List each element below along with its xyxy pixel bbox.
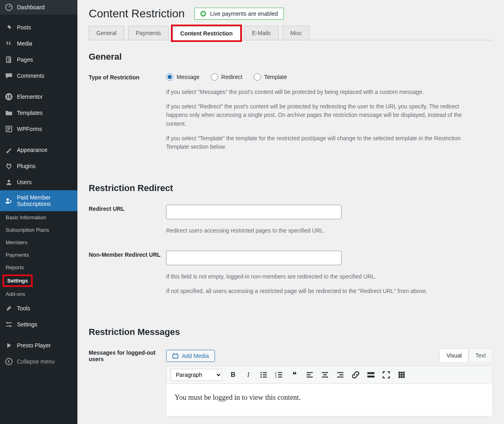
svg-point-2 [9, 43, 10, 45]
tab-payments[interactable]: Payments [128, 26, 169, 40]
tab-content-restriction[interactable]: Content Restriction [173, 26, 240, 40]
editor-tab-visual[interactable]: Visual [439, 349, 469, 362]
sidebar-item-collapse[interactable]: Collapse menu [0, 353, 77, 370]
radio-redirect-label[interactable]: Redirect [211, 73, 242, 81]
nonmember-desc1: If this field is not empty, logged-in no… [166, 272, 481, 281]
rich-text-editor: Paragraph B I 123 ❝ You must be logged i… [166, 366, 493, 416]
pin-icon [5, 23, 13, 31]
sidebar-item-dashboard[interactable]: Dashboard [0, 0, 77, 15]
media-icon [172, 353, 179, 359]
sidebar-item-templates[interactable]: Templates [0, 105, 77, 121]
svg-rect-53 [401, 374, 402, 376]
tab-emails[interactable]: E-Mails [244, 26, 279, 40]
submenu-payments[interactable]: Payments [0, 249, 77, 261]
media-icon [5, 39, 13, 48]
svg-point-1 [6, 42, 8, 43]
svg-rect-6 [7, 95, 8, 98]
svg-point-14 [8, 180, 10, 182]
sidebar-item-media[interactable]: Media [0, 35, 77, 52]
align-left-button[interactable] [305, 370, 314, 379]
bold-button[interactable]: B [229, 370, 237, 379]
svg-rect-8 [9, 96, 11, 97]
align-center-button[interactable] [321, 370, 329, 379]
svg-point-15 [6, 198, 9, 201]
submenu-subscription-plans[interactable]: Subscription Plans [0, 224, 77, 236]
sidebar-item-appearance[interactable]: Appearance [0, 142, 77, 158]
menu-label: Presto Player [17, 342, 51, 349]
menu-label: Dashboard [17, 4, 45, 10]
main-content: Content Restriction Live payments are en… [77, 0, 504, 424]
bullet-list-button[interactable] [259, 370, 268, 379]
desc-messages: If you select "Messages" the post's cont… [166, 88, 481, 97]
type-of-restriction-label: Type of Restriction [89, 73, 166, 81]
svg-point-20 [9, 325, 11, 327]
editor-tab-text[interactable]: Text [469, 349, 493, 362]
add-media-button[interactable]: Add Media [166, 350, 215, 362]
sidebar-item-elementor[interactable]: Elementor [0, 89, 77, 105]
quote-button[interactable]: ❝ [290, 370, 299, 379]
svg-rect-9 [9, 98, 11, 98]
fullscreen-button[interactable] [382, 370, 391, 379]
menu-label: Plugins [17, 163, 35, 169]
link-button[interactable] [351, 370, 360, 379]
tab-general[interactable]: General [89, 26, 124, 40]
radio-message-label[interactable]: Message [166, 73, 200, 81]
folder-icon [5, 109, 13, 117]
svg-rect-51 [403, 372, 404, 373]
svg-rect-57 [403, 376, 404, 378]
editor-toolbar: Paragraph B I 123 ❝ [167, 366, 492, 384]
menu-label: Appearance [17, 147, 48, 153]
submenu-reports[interactable]: Reports [0, 261, 77, 274]
editor-content[interactable]: You must be logged in to view this conte… [167, 384, 492, 416]
sidebar-item-tools[interactable]: Tools [0, 300, 77, 316]
pages-icon [5, 56, 13, 64]
radio-redirect[interactable] [211, 73, 218, 81]
svg-rect-50 [401, 372, 402, 373]
sidebar-item-pages[interactable]: Pages [0, 52, 77, 68]
sidebar-item-settings[interactable]: Settings [0, 316, 77, 333]
desc-redirect: If you select "Redirect" the post's cont… [166, 102, 481, 129]
sidebar-item-plugins[interactable]: Plugins [0, 158, 77, 174]
italic-button[interactable]: I [244, 370, 253, 379]
sidebar-item-users[interactable]: Users [0, 174, 77, 190]
svg-point-19 [7, 322, 8, 324]
collapse-icon [5, 357, 13, 366]
sidebar-item-wpforms[interactable]: WPForms [0, 121, 77, 137]
submenu-settings[interactable]: Settings [2, 274, 33, 287]
svg-rect-52 [398, 374, 400, 376]
comment-icon [5, 72, 13, 80]
nonmember-redirect-input[interactable] [166, 251, 342, 265]
plug-icon [5, 162, 13, 170]
menu-label: Paid Member Subscriptions [17, 194, 73, 207]
radio-template[interactable] [254, 73, 261, 81]
menu-label: Tools [17, 305, 30, 312]
format-select[interactable]: Paragraph [171, 369, 222, 381]
sliders-icon [5, 320, 13, 328]
nonmember-redirect-label: Non-Member Redirect URL [89, 251, 166, 258]
tab-misc[interactable]: Misc [283, 26, 310, 40]
submenu-basic-information[interactable]: Basic Information [0, 211, 77, 224]
svg-rect-4 [8, 58, 11, 63]
submenu-members[interactable]: Members [0, 236, 77, 249]
section-heading-messages: Restriction Messages [89, 327, 493, 337]
menu-label: Comments [17, 73, 44, 79]
radio-message[interactable] [166, 73, 173, 81]
sidebar-item-comments[interactable]: Comments [0, 68, 77, 84]
submenu-addons[interactable]: Add-ons [0, 288, 77, 300]
sidebar-item-paid-member-subscriptions[interactable]: $ Paid Member Subscriptions [0, 190, 77, 211]
dashboard-icon [5, 3, 13, 11]
section-heading-general: General [89, 52, 493, 62]
redirect-url-input[interactable] [166, 205, 342, 219]
readmore-button[interactable] [367, 370, 375, 379]
menu-label: Media [17, 40, 32, 47]
align-right-button[interactable] [336, 370, 345, 379]
number-list-button[interactable]: 123 [275, 370, 283, 379]
radio-template-label[interactable]: Template [254, 73, 287, 81]
sidebar-item-posts[interactable]: Posts [0, 19, 77, 35]
svg-point-25 [260, 372, 262, 373]
sidebar-item-presto-player[interactable]: Presto Player [0, 337, 77, 353]
loggedout-msg-label: Messages for logged-out users [89, 349, 166, 362]
toolbar-toggle-button[interactable] [397, 370, 406, 379]
payment-status-pill: Live payments are enabled [194, 8, 284, 20]
menu-label: Pages [17, 56, 33, 63]
